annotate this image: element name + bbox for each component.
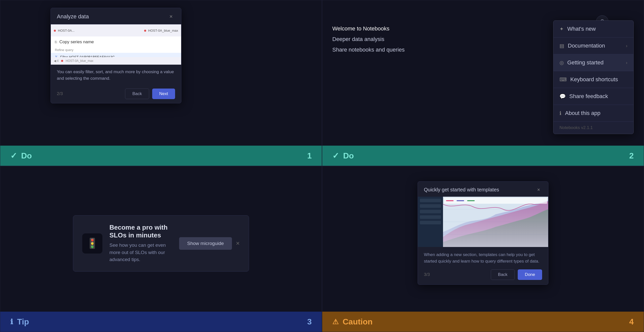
close-button[interactable]: × (167, 13, 175, 21)
tip-icon: ℹ (10, 318, 13, 326)
mini-chart-area: HOST-0A... HOST-0A_blue_max ⎘ Copy serie… (51, 24, 181, 65)
getting-started-chevron: › (626, 60, 627, 65)
about-label: About this app (565, 110, 600, 116)
template-chart-area (443, 197, 548, 247)
dialog-counter: 2/3 (57, 91, 63, 96)
q4-bar-left: ⚠ Caution (332, 317, 373, 326)
quadrant-1: Analyze data × HOST-0A... HOST-0A_blue_m… (0, 0, 322, 166)
welcome-item-3[interactable]: Share notebooks and queries (332, 47, 405, 53)
templates-counter: 3/3 (424, 272, 430, 277)
welcome-panel: Welcome to Notebooks Deeper data analysi… (332, 25, 405, 53)
menu-item-about[interactable]: ℹ About this app (553, 105, 633, 122)
quadrant-4: Quickly get started with templates × (322, 166, 644, 332)
menu-item-share-feedback[interactable]: 💬 Share feedback (553, 88, 633, 105)
q2-bar-number: 2 (629, 151, 634, 160)
do-check-icon-2: ✓ (332, 151, 339, 160)
next-button[interactable]: Next (152, 89, 175, 99)
dialog-footer: 2/3 Back Next (51, 86, 181, 103)
dismiss-button[interactable]: × (236, 239, 240, 247)
menu-item-keyboard-shortcuts[interactable]: ⌨ Keyboard shortcuts (553, 71, 633, 88)
caution-icon: ⚠ (332, 318, 339, 326)
q4-bar-label: Caution (343, 317, 373, 326)
templates-description: When adding a new section, templates can… (418, 247, 548, 267)
q2-bottom-bar: ✓ Do 2 (322, 146, 644, 166)
back-button[interactable]: Back (125, 89, 149, 99)
q3-bar-label: Tip (17, 317, 29, 326)
whats-new-icon: ✦ (559, 26, 564, 32)
templates-done-button[interactable]: Done (518, 269, 542, 280)
documentation-chevron: › (626, 43, 627, 49)
q3-bar-number: 3 (307, 317, 312, 326)
templates-close-button[interactable]: × (535, 186, 542, 193)
slo-actions: Show microguide × (179, 237, 240, 250)
templates-actions: Back Done (491, 269, 542, 280)
welcome-item-1[interactable]: Welcome to Notebooks (332, 25, 405, 32)
q2-bar-left: ✓ Do (332, 151, 354, 160)
keyboard-icon: ⌨ (559, 76, 567, 82)
q3-bar-left: ℹ Tip (10, 317, 29, 326)
slo-banner: 🚦 Become a pro with SLOs in minutes See … (73, 215, 249, 272)
share-feedback-icon: 💬 (559, 93, 566, 99)
templates-preview (418, 197, 548, 247)
share-feedback-label: Share feedback (569, 93, 608, 100)
quadrant-3: 🚦 Become a pro with SLOs in minutes See … (0, 166, 322, 332)
welcome-item-2[interactable]: Deeper data analysis (332, 36, 405, 43)
copy-icon: ⎘ (55, 40, 57, 44)
quadrant-2: Welcome to Notebooks Deeper data analysi… (322, 0, 644, 166)
copy-series-item[interactable]: ⎘ Copy series name (51, 37, 181, 47)
templates-back-button[interactable]: Back (491, 269, 515, 280)
q4-bar-number: 4 (629, 317, 634, 326)
dialog-actions: Back Next (125, 89, 175, 99)
menu-item-documentation[interactable]: ▤ Documentation › (553, 37, 633, 54)
templates-title: Quickly get started with templates (424, 187, 499, 193)
sidebar-preview-item-4 (420, 215, 441, 219)
sidebar-preview-item-2 (420, 204, 441, 208)
slo-content: Become a pro with SLOs in minutes See ho… (109, 224, 172, 263)
dialog-header: Analyze data × (51, 8, 181, 24)
menu-item-whats-new[interactable]: ✦ What's new (553, 21, 633, 37)
whats-new-label: What's new (567, 26, 596, 32)
traffic-light-icon: 🚦 (86, 237, 99, 249)
do-check-icon-1: ✓ (10, 151, 17, 160)
slo-title: Become a pro with SLOs in minutes (109, 224, 172, 239)
templates-dialog: Quickly get started with templates × (418, 181, 548, 285)
templates-footer: 3/3 Back Done (418, 267, 548, 284)
q1-bar-number: 1 (307, 151, 312, 160)
analyze-dialog: Analyze data × HOST-0A... HOST-0A_blue_m… (51, 8, 181, 103)
documentation-icon: ▤ (559, 43, 564, 49)
slo-description: See how you can get even more out of SLO… (109, 242, 172, 263)
sidebar-preview-item-1 (420, 199, 441, 202)
version-label: Notebooks v2.1.1 (553, 122, 633, 134)
q1-bottom-bar: ✓ Do 1 (0, 146, 322, 166)
q2-bar-label: Do (343, 151, 354, 160)
show-microguide-button[interactable]: Show microguide (179, 237, 232, 250)
dialog-description: You can easily filter, sort, and much mo… (51, 65, 181, 86)
getting-started-icon: ◎ (559, 60, 564, 66)
about-icon: ℹ (559, 110, 561, 116)
sidebar-preview-item-3 (420, 210, 441, 213)
dialog-body: HOST-0A... HOST-0A_blue_max ⎘ Copy serie… (51, 24, 181, 86)
q1-bar-label: Do (21, 151, 32, 160)
q1-bar-left: ✓ Do (10, 151, 32, 160)
q4-bottom-bar: ⚠ Caution 4 (322, 312, 644, 332)
slo-icon: 🚦 (82, 233, 102, 254)
refine-label: Refine query (51, 47, 181, 53)
keyboard-shortcuts-label: Keyboard shortcuts (570, 76, 618, 83)
template-preview-sidebar (418, 197, 443, 247)
q3-bottom-bar: ℹ Tip 3 (0, 312, 322, 332)
menu-item-getting-started[interactable]: ◎ Getting started › (553, 54, 633, 71)
templates-header: Quickly get started with templates × (418, 182, 548, 197)
sidebar-preview-item-5 (420, 221, 441, 224)
getting-started-label: Getting started (567, 59, 603, 66)
documentation-label: Documentation (568, 43, 605, 49)
dialog-title: Analyze data (57, 13, 89, 20)
help-dropdown-menu: ✦ What's new ▤ Documentation › ◎ Getting… (553, 20, 634, 134)
